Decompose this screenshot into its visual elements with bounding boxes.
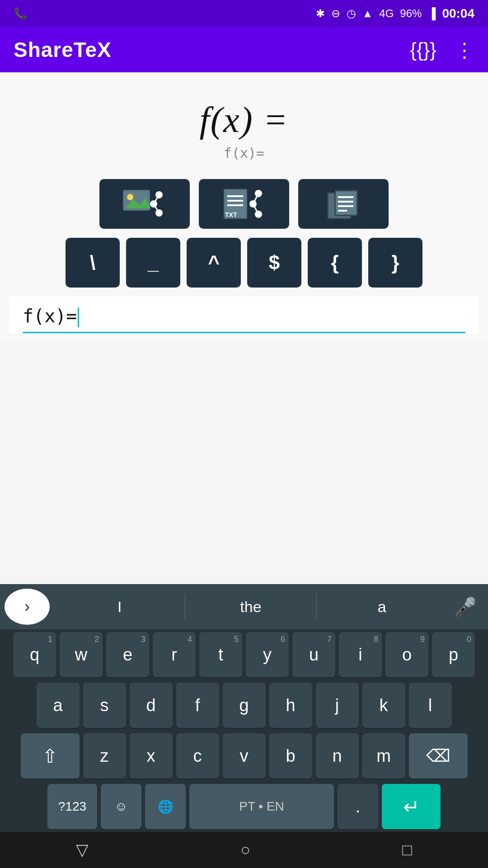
enter-key[interactable]: ↵	[382, 784, 441, 829]
key-a[interactable]: a	[37, 683, 80, 728]
suggestion-bar: › I the a 🎤	[0, 584, 488, 629]
key-t[interactable]: t5	[199, 632, 242, 677]
period-key[interactable]: .	[338, 784, 378, 829]
key-m[interactable]: m	[362, 733, 405, 778]
svg-point-2	[127, 194, 133, 200]
text-share-button[interactable]: TXT	[199, 179, 289, 229]
keyboard-row-2: a s d f g h j k l	[0, 680, 488, 731]
key-w[interactable]: w2	[60, 632, 103, 677]
recents-button[interactable]: □	[402, 840, 412, 859]
key-r[interactable]: r4	[153, 632, 196, 677]
key-u[interactable]: u7	[292, 632, 335, 677]
dnd-icon: ⊖	[331, 7, 340, 20]
app-title: ShareTeX	[14, 38, 112, 62]
keyboard-area: › I the a 🎤 q1 w2 e3 r4 t5 y6 u7 i8 o9 p…	[0, 584, 488, 832]
key-g[interactable]: g	[223, 683, 266, 728]
suggestion-item-3[interactable]: a	[317, 594, 447, 620]
back-button[interactable]: ▽	[76, 840, 89, 859]
key-k[interactable]: k	[362, 683, 405, 728]
language-key[interactable]: PT • EN	[189, 784, 334, 829]
braces-button[interactable]: {{}}	[410, 38, 436, 61]
wifi-icon: ▲	[362, 7, 373, 20]
keyboard-row-1: q1 w2 e3 r4 t5 y6 u7 i8 o9 p0	[0, 629, 488, 680]
formula-rendered: f(x) =	[9, 99, 479, 141]
backslash-button[interactable]: \	[66, 238, 120, 288]
lbrace-button[interactable]: {	[308, 238, 362, 288]
status-bar: 📞 ✱ ⊖ ◷ ▲ 4G 96% ▐ 00:04	[0, 0, 488, 27]
shift-key[interactable]: ⇧	[21, 733, 80, 778]
latex-input-text[interactable]: f(x)=	[23, 306, 77, 326]
suggestion-items: I the a	[54, 594, 447, 620]
app-bar-actions: {{}} ⋮	[410, 38, 474, 61]
caret-button[interactable]: ^	[187, 238, 241, 288]
alarm-icon: ◷	[347, 7, 356, 20]
input-underline	[23, 332, 465, 333]
key-l[interactable]: l	[409, 683, 452, 728]
chevron-right-icon: ›	[24, 597, 30, 616]
dollar-button[interactable]: $	[247, 238, 301, 288]
globe-key[interactable]: 🌐	[145, 784, 186, 829]
app-bar: ShareTeX {{}} ⋮	[0, 27, 488, 72]
signal-icon: 4G	[379, 7, 394, 20]
key-q[interactable]: q1	[13, 632, 56, 677]
key-x[interactable]: x	[130, 733, 173, 778]
key-n[interactable]: n	[316, 733, 359, 778]
mic-icon: 🎤	[454, 597, 477, 617]
key-s[interactable]: s	[83, 683, 126, 728]
key-i[interactable]: i8	[339, 632, 382, 677]
symbol-row: \ _ ^ $ { }	[9, 238, 479, 288]
formula-source: f(x)=	[9, 145, 479, 161]
key-e[interactable]: e3	[106, 632, 149, 677]
key-b[interactable]: b	[269, 733, 312, 778]
more-menu-button[interactable]: ⋮	[455, 38, 474, 61]
suggestion-expand-button[interactable]: ›	[5, 589, 50, 625]
key-v[interactable]: v	[223, 733, 266, 778]
keyboard-row-4: ?123 ☺ 🌐 PT • EN . ↵	[0, 781, 488, 832]
toolbar-row: TXT	[9, 179, 479, 229]
key-p[interactable]: p0	[432, 632, 475, 677]
bluetooth-icon: ✱	[316, 7, 325, 20]
backspace-key[interactable]: ⌫	[409, 733, 468, 778]
rbrace-button[interactable]: }	[368, 238, 422, 288]
copy-button[interactable]	[298, 179, 389, 229]
battery-icon: ▐	[428, 7, 436, 20]
formula-display: f(x) = f(x)=	[9, 86, 479, 165]
microphone-button[interactable]: 🎤	[447, 596, 483, 618]
home-button[interactable]: ○	[240, 840, 250, 859]
image-share-button[interactable]	[99, 179, 190, 229]
key-c[interactable]: c	[176, 733, 219, 778]
main-content: f(x) = f(x)=	[0, 72, 488, 342]
key-y[interactable]: y6	[246, 632, 289, 677]
underscore-button[interactable]: _	[126, 238, 180, 288]
svg-text:TXT: TXT	[225, 211, 237, 218]
bottom-nav: ▽ ○ □	[0, 832, 488, 868]
suggestion-item-1[interactable]: I	[54, 594, 185, 620]
key-o[interactable]: o9	[385, 632, 428, 677]
key-h[interactable]: h	[269, 683, 312, 728]
status-time: 00:04	[442, 6, 474, 21]
phone-icon: 📞	[14, 7, 27, 20]
keyboard-row-3: ⇧ z x c v b n m ⌫	[0, 731, 488, 781]
key-j[interactable]: j	[316, 683, 359, 728]
emoji-key[interactable]: ☺	[101, 784, 141, 829]
key-z[interactable]: z	[83, 733, 126, 778]
suggestion-item-2[interactable]: the	[185, 594, 316, 620]
key-d[interactable]: d	[130, 683, 173, 728]
battery-percent: 96%	[400, 7, 422, 20]
key-f[interactable]: f	[176, 683, 219, 728]
numbers-key[interactable]: ?123	[47, 784, 97, 829]
input-area: f(x)=	[9, 297, 479, 333]
